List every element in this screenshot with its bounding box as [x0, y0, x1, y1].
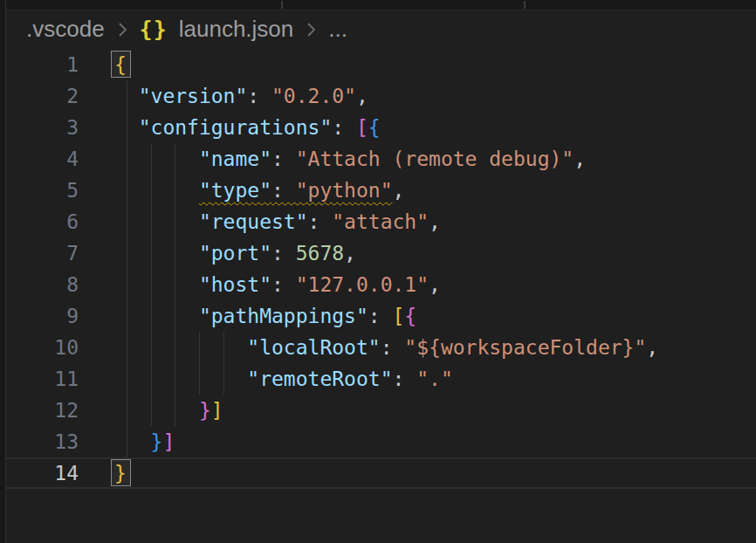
code-line-12[interactable]: 12}]	[6, 395, 756, 426]
code-token: [	[393, 305, 405, 327]
code-line-7[interactable]: 7"port": 5678,	[6, 237, 756, 269]
code-line-3[interactable]: 3"configurations": [{	[6, 112, 756, 143]
line-number-12[interactable]: 12	[6, 395, 79, 426]
code-token: ]	[162, 430, 175, 453]
code-line-8[interactable]: 8"host": "127.0.0.1",	[6, 269, 756, 300]
code-token: ,	[344, 242, 356, 265]
breadcrumb-folder[interactable]: .vscode	[26, 16, 105, 43]
code-token: "."	[416, 368, 453, 390]
code-token: ,	[429, 210, 441, 233]
code-line-10[interactable]: 10"localRoot": "${workspaceFolder}",	[6, 332, 756, 363]
code-token: :	[247, 85, 271, 107]
line-number-8[interactable]: 8	[6, 269, 79, 300]
line-number-13[interactable]: 13	[6, 426, 79, 457]
chevron-right-icon	[116, 19, 128, 40]
indent-guide	[127, 395, 127, 426]
code-token: :	[308, 210, 333, 233]
line-number-2[interactable]: 2	[6, 80, 79, 112]
code-token: "0.2.0"	[271, 85, 356, 107]
tab-separator	[281, 1, 283, 9]
indent-guide	[175, 175, 175, 206]
code-token: ,	[646, 336, 658, 359]
code-line-9[interactable]: 9"pathMappings": [{	[6, 300, 756, 332]
code-line-6[interactable]: 6"request": "attach",	[6, 206, 756, 237]
bracket-match: {	[114, 53, 127, 76]
line-number-14[interactable]: 14	[6, 459, 79, 487]
line-number-11[interactable]: 11	[6, 363, 79, 395]
code-text: "name": "Attach (remote debug)",	[114, 143, 756, 175]
code-token: ]	[211, 399, 223, 422]
code-line-11[interactable]: 11"remoteRoot": "."	[6, 363, 756, 395]
code-text: {	[114, 49, 756, 80]
indent-guide	[175, 206, 175, 237]
code-token: 5678	[296, 242, 344, 265]
code-text: "port": 5678,	[114, 237, 756, 269]
indent-guide	[127, 237, 127, 269]
breadcrumb-symbol-more[interactable]: ...	[328, 16, 347, 43]
code-token: :	[381, 336, 405, 359]
code-text: "type": "python",	[114, 175, 756, 206]
code-text: "request": "attach",	[114, 206, 756, 237]
code-token: ,	[393, 179, 405, 202]
code-token: {	[368, 116, 381, 139]
indent-guide	[175, 300, 175, 332]
indent-guide	[175, 143, 175, 175]
indent-guide	[175, 363, 175, 395]
code-line-5[interactable]: 5"type": "python",	[6, 175, 756, 206]
code-text: "pathMappings": [{	[114, 300, 756, 332]
code-token: :	[332, 116, 356, 139]
bracket-match: }	[114, 462, 127, 485]
indent-guide	[127, 426, 127, 457]
line-number-10[interactable]: 10	[6, 332, 79, 363]
indent-guide	[127, 269, 127, 300]
line-number-7[interactable]: 7	[6, 237, 79, 269]
line-number-9[interactable]: 9	[6, 300, 79, 332]
indent-guide	[199, 363, 200, 395]
editor-left-border	[0, 0, 6, 543]
code-line-1[interactable]: 1{	[6, 49, 756, 80]
code-token: ,	[356, 85, 368, 107]
chevron-right-icon	[305, 19, 317, 40]
breadcrumb: .vscode {} launch.json ...	[6, 10, 756, 47]
code-token: :	[271, 179, 296, 202]
breadcrumb-file[interactable]: launch.json	[179, 16, 294, 43]
indent-guide	[151, 332, 152, 363]
code-line-4[interactable]: 4"name": "Attach (remote debug)",	[6, 143, 756, 175]
code-token: "python"	[296, 179, 393, 202]
code-line-14[interactable]: 14}	[6, 457, 756, 489]
code-token: "version"	[139, 85, 248, 107]
indent-guide	[151, 237, 152, 269]
indent-guide	[223, 363, 224, 395]
line-number-5[interactable]: 5	[6, 175, 79, 206]
code-token: "attach"	[332, 210, 429, 233]
indent-guide	[223, 332, 224, 363]
indent-guide	[127, 206, 127, 237]
line-number-4[interactable]: 4	[6, 143, 79, 175]
code-text: "configurations": [{	[114, 112, 756, 143]
indent-guide	[127, 175, 127, 206]
code-token: ,	[574, 148, 586, 170]
code-token: "name"	[199, 148, 271, 170]
line-number-6[interactable]: 6	[6, 206, 79, 237]
code-token: "pathMappings"	[199, 305, 368, 327]
code-token: "type"	[199, 179, 271, 202]
code-token: }	[199, 399, 211, 422]
line-number-3[interactable]: 3	[6, 112, 79, 143]
code-token: {	[404, 305, 416, 327]
code-token: "127.0.0.1"	[296, 273, 429, 296]
code-text: }]	[114, 426, 756, 457]
code-lines: 1{2"version": "0.2.0",3"configurations":…	[6, 49, 756, 489]
code-token: "host"	[199, 273, 271, 296]
indent-guide	[175, 332, 175, 363]
code-token: }	[151, 430, 163, 453]
line-number-1[interactable]: 1	[6, 49, 79, 80]
indent-guide	[127, 300, 127, 332]
code-token: ,	[429, 273, 441, 296]
code-line-13[interactable]: 13}]	[6, 426, 756, 457]
indent-guide	[127, 80, 127, 112]
code-token: "request"	[199, 210, 308, 233]
code-token: "configurations"	[139, 116, 333, 139]
code-line-2[interactable]: 2"version": "0.2.0",	[6, 80, 756, 112]
code-token: [	[356, 116, 368, 139]
indent-guide	[151, 175, 152, 206]
